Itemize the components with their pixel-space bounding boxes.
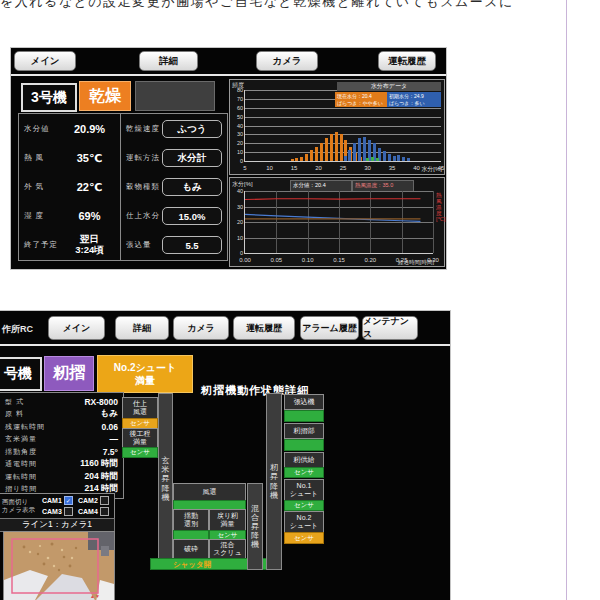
camera-switch-box: 画面切り カメラ表示 CAM1✓CAM2CAM3CAM4 [0,493,115,519]
param-value: 20.9% [60,123,119,136]
nav-history-button[interactable]: 運転履歴 [378,51,436,71]
y-tick-label: 30 [231,131,243,137]
y-tick-label: 0 [231,250,243,256]
setting-row: 張込量5.5 [126,234,222,256]
setting-label: 運転方法 [126,153,162,163]
legend-current-moisture: 現在水分：20.4ばらつき：やや多い [335,92,389,107]
info-row: 通電時間1160 時間 [5,458,118,470]
camera-name-label: CAM1 [42,497,62,504]
loading-run-indicator [284,410,324,422]
grain-type-value[interactable]: もみ [162,178,222,196]
mixed-elevator-bar: 混合昇降機 [247,483,263,570]
x-tick-label: 40 [413,165,420,171]
grid-line [245,108,441,109]
camera-toggle-cam3[interactable]: CAM3 [42,507,78,516]
diagram-post-process-full-cell: 後工程 満量 [122,428,158,448]
page-column-rule [566,0,567,600]
nav-maintenance-button[interactable]: メンテナンス [362,316,418,340]
dryer-settings-box: 乾燥速度ふつう 運転方法水分計 穀物種類もみ 仕上水分15.0% 張込量5.5 [120,113,228,261]
diagram-mixing-screw-cell: 混合 スクリュ [209,539,246,559]
camera-feed-picture: ▲▼ [4,532,114,600]
diagram-paddy-supply-cell: 籾供給 [284,452,324,468]
nav-detail-button[interactable]: 詳細 [115,316,169,340]
info-row: 原 料もみ [5,408,118,420]
histogram-bar [291,159,294,161]
histogram-bar [325,138,328,161]
setting-row: 仕上水分15.0% [126,205,222,227]
x-tick-label: 0.10 [302,257,314,263]
setting-row: 運転方法水分計 [126,147,222,169]
nav-separator [0,344,450,346]
no2-chute-sensor: センサ [284,532,324,544]
y-tick-label: 70 [231,96,243,102]
y-tick-label: 40 [231,188,243,194]
x-tick-label: 30 [364,165,371,171]
target-moisture-value[interactable]: 15.0% [162,207,222,225]
paddy-supply-sensor: センサ [284,467,324,478]
nav-separator [11,74,446,76]
nav-history-button[interactable]: 運転履歴 [233,316,295,340]
huller-status-badge: 籾摺 [44,356,94,391]
x-tick-label: 20 [315,165,322,171]
diagram-oscillating-sorter-cell: 揺動 選別 [173,509,209,531]
post-process-sensor: センサ [122,447,158,458]
nav-camera-button[interactable]: カメラ [256,51,318,71]
histogram-bar [366,158,369,161]
trend-lines [245,191,433,253]
param-label: 熱 風 [24,153,60,163]
checkbox-empty-icon[interactable] [100,507,109,516]
info-row: 揺動角度7.5° [5,446,118,458]
drying-speed-value[interactable]: ふつう [162,120,222,138]
setting-label: 穀物種類 [126,182,162,192]
grid-line [245,117,441,118]
checkbox-empty-icon[interactable] [64,507,73,516]
y-tick-label: 40 [231,123,243,129]
nav-detail-button[interactable]: 詳細 [139,51,198,71]
camera-toggle-cam2[interactable]: CAM2 [78,496,114,505]
histogram-bar [358,138,361,161]
moisture-histogram: 頻度 0102030405060708051015202530354045 水分… [229,79,445,175]
shutter-open-label: シャッタ開 [173,560,211,570]
trend-series-熱風温度 [245,199,420,200]
histogram-bar [397,155,400,161]
histogram-bar [407,158,410,161]
camera-name-label: CAM3 [42,508,62,515]
y-tick-label: 30 [231,204,243,210]
nav-main-button[interactable]: メイン [14,51,76,71]
nav-main-button[interactable]: メイン [48,316,105,340]
diagram-hulling-cell: 籾摺部 [284,423,324,439]
grid-line [245,143,441,144]
param-row: 終了予定翌日 3:24頃 [24,234,119,256]
legend-initial-moisture: 初期水分：24.9ばらつき：多い [387,92,441,107]
histogram-bar [348,150,351,161]
x-tick-label: 35 [389,165,396,171]
load-amount-value[interactable]: 5.5 [162,236,222,254]
setting-row: 乾燥速度ふつう [126,118,222,140]
nav-alarm-log-button[interactable]: アラーム履歴 [300,316,359,340]
camera-checkbox-grid: CAM1✓CAM2CAM3CAM4 [42,496,114,516]
histogram-bar [393,156,396,161]
y-tick-label: 10 [231,235,243,241]
param-value: 翌日 3:24頃 [60,234,119,256]
histogram-legend-header: 水分布データ [337,82,441,91]
checkbox-empty-icon[interactable] [100,496,109,505]
nav-camera-button[interactable]: カメラ [173,316,229,340]
huller-info-box: 型 式RX-8000 原 料もみ 残運転時間0.06 玄米満量― 揺動角度7.5… [0,392,124,499]
huller-monitor-panel: 作所RC メイン 詳細 カメラ 運転履歴 アラーム履歴 メンテナンス 号機 籾摺… [0,310,451,600]
dryer-readings-box: 水分値20.9% 熱 風35℃ 外 気22℃ 湿 度69% 終了予定翌日 3:2… [18,113,125,261]
grid-line [433,191,434,253]
camera-toggle-cam4[interactable]: CAM4 [78,507,114,516]
run-method-value[interactable]: 水分計 [162,149,222,167]
check-icon[interactable]: ✓ [64,496,73,505]
dryer-monitor-panel: メイン 詳細 カメラ 運転履歴 3号機 乾燥 水分値20.9% 熱 風35℃ 外… [10,47,447,270]
moisture-trend-chart: 水分[%] 水分値：20.4 熱風温度：35.0 熱風温度[℃] 0102030… [229,177,445,267]
param-label: 湿 度 [24,211,60,221]
camera-toggle-cam1[interactable]: CAM1✓ [42,496,78,505]
param-row: 熱 風35℃ [24,147,119,169]
param-label: 外 気 [24,182,60,192]
param-value: 22℃ [60,181,119,194]
hulling-run-indicator [284,439,324,451]
diagram-no2-chute-cell: No.2 シュート [284,511,324,533]
diagram-crush-cell: 破砕 [173,539,209,559]
y-tick-label: 80 [231,87,243,93]
